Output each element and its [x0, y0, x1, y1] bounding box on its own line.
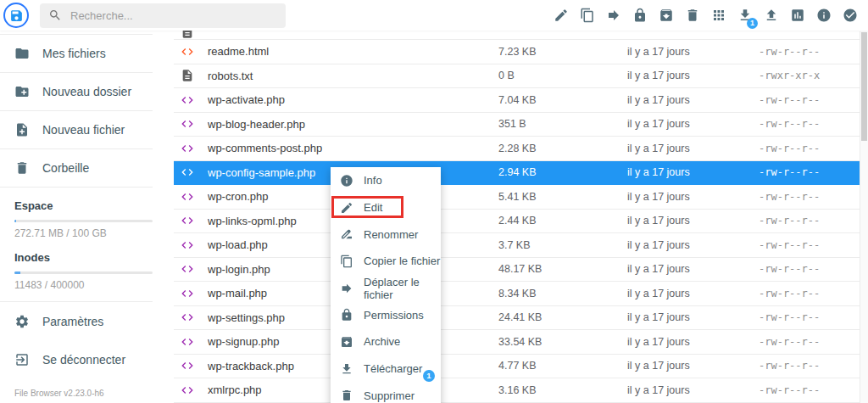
code-icon	[181, 383, 194, 397]
context-menu-item-edit[interactable]: Edit	[331, 194, 441, 221]
file-modified: il y a 17 jours	[627, 360, 759, 372]
doc-icon	[181, 31, 194, 39]
search-bar[interactable]	[40, 3, 286, 28]
file-permissions: -rw-r--r--	[759, 311, 860, 323]
sidebar: Mes fichiersNouveau dossierNouveau fichi…	[0, 31, 165, 403]
file-permissions: -rw-r--r--	[759, 263, 860, 275]
file-name: wp-blog-header.php	[208, 118, 498, 131]
context-menu-item-label: Télécharger	[364, 362, 422, 375]
sidebar-item-label: Nouveau fichier	[42, 123, 125, 137]
file-name: robots.txt	[208, 70, 498, 82]
space-progress-fill	[14, 220, 16, 222]
file-row[interactable]: wp-mail.php8.34 KBil y a 17 jours-rw-r--…	[174, 282, 860, 306]
file-row[interactable]: wp-settings.php24.41 KBil y a 17 jours-r…	[174, 306, 860, 331]
code-icon	[181, 142, 194, 155]
toolbar-move-button[interactable]	[606, 8, 621, 23]
toolbar-upload-button[interactable]	[764, 8, 779, 23]
file-row[interactable]: wp-load.php3.7 KBil y a 17 jours-rw-r--r…	[174, 233, 860, 258]
file-row[interactable]: wp-activate.php7.04 KBil y a 17 jours-rw…	[174, 88, 860, 113]
context-menu-item-archive[interactable]: Archive	[331, 328, 441, 355]
sidebar-item-se-deconnecter[interactable]: Se déconnecter	[0, 340, 153, 378]
archive-icon	[659, 8, 674, 23]
file-size: 0 B	[498, 70, 627, 81]
file-size: 2.94 KB	[498, 166, 627, 178]
file-name: readme.html	[208, 45, 498, 58]
file-modified: il y a 17 jours	[627, 288, 759, 299]
toolbar-copy-button[interactable]	[580, 8, 595, 23]
toolbar-stats-button[interactable]	[790, 8, 805, 23]
context-menu: InfoEditRenommerCopier le fichierDéplace…	[331, 167, 441, 403]
partial-file-row[interactable]	[174, 31, 860, 40]
file-row[interactable]: robots.txt0 Bil y a 17 jours-rwxr-xr-x	[174, 64, 860, 89]
file-modified: il y a 17 jours	[627, 70, 759, 81]
context-menu-item-supprimer[interactable]: Supprimer	[331, 383, 441, 403]
file-row[interactable]: wp-blog-header.php351 Bil y a 17 jours-r…	[174, 113, 860, 137]
context-menu-item-permissions[interactable]: Permissions	[331, 301, 441, 328]
sidebar-item-nouveau-dossier[interactable]: Nouveau dossier	[0, 73, 153, 111]
sidebar-item-label: Mes fichiers	[42, 47, 106, 60]
toolbar-switch-view-button[interactable]	[711, 8, 726, 23]
file-row[interactable]: wp-config-sample.php2.94 KBil y a 17 jou…	[174, 161, 860, 186]
toolbar-info-button[interactable]	[816, 8, 832, 23]
file-permissions: -rw-r--r--	[759, 384, 860, 396]
inodes-progressbar	[14, 271, 153, 274]
new-file-icon	[14, 122, 30, 137]
sidebar-item-nouveau-fichier[interactable]: Nouveau fichier	[0, 111, 153, 149]
trash-icon	[685, 8, 700, 23]
file-row[interactable]: wp-links-opml.php2.44 KBil y a 17 jours-…	[174, 210, 860, 234]
context-menu-item-renommer[interactable]: Renommer	[331, 221, 441, 248]
context-menu-item-label: Permissions	[364, 309, 424, 322]
file-modified: il y a 17 jours	[627, 239, 759, 251]
header: 1	[0, 0, 868, 31]
file-row[interactable]: wp-trackback.php4.77 KBil y a 17 jours-r…	[174, 355, 860, 379]
file-size: 3.7 KB	[498, 239, 627, 251]
context-menu-item-label: Supprimer	[364, 389, 415, 402]
file-row[interactable]: wp-comments-post.php2.28 KBil y a 17 jou…	[174, 137, 860, 161]
sidebar-item-mes-fichiers[interactable]: Mes fichiers	[0, 35, 153, 73]
file-rows: readme.html7.23 KBil y a 17 jours-rw-r--…	[174, 40, 860, 403]
app-logo[interactable]	[3, 3, 29, 28]
rename-icon	[340, 227, 353, 241]
file-size: 7.23 KB	[498, 46, 627, 58]
scrollbar-thumb[interactable]	[861, 32, 867, 141]
context-menu-item-telecharger[interactable]: Télécharger1	[331, 355, 441, 383]
space-title: Espace	[14, 199, 153, 212]
context-menu-item-info[interactable]: Info	[331, 167, 441, 194]
app-version: File Browser v2.23.0-h6	[14, 389, 104, 398]
file-permissions: -rw-r--r--	[759, 360, 860, 372]
toolbar-download-button[interactable]: 1	[737, 8, 753, 23]
gear-icon	[14, 314, 30, 329]
context-menu-item-copier[interactable]: Copier le fichier	[331, 248, 441, 275]
copy-icon	[580, 8, 595, 23]
toolbar-permissions-button[interactable]	[632, 8, 648, 23]
file-row[interactable]: xmlrpc.php3.16 KBil y a 17 jours-rw-r--r…	[174, 378, 860, 403]
file-size: 48.17 KB	[498, 263, 627, 275]
code-icon	[181, 262, 194, 276]
file-modified: il y a 17 jours	[627, 215, 759, 227]
scrollbar[interactable]	[860, 31, 868, 403]
toolbar-archive-button[interactable]	[659, 8, 674, 23]
inodes-title: Inodes	[14, 251, 153, 264]
file-row[interactable]: wp-login.php48.17 KBil y a 17 jours-rw-r…	[174, 258, 860, 283]
code-icon	[181, 238, 194, 252]
sidebar-item-parametres[interactable]: Paramètres	[0, 302, 153, 340]
toolbar-select-multiple-button[interactable]	[843, 8, 858, 23]
file-row[interactable]: readme.html7.23 KBil y a 17 jours-rw-r--…	[174, 40, 860, 64]
file-permissions: -rw-r--r--	[759, 143, 860, 154]
file-permissions: -rw-r--r--	[759, 336, 860, 348]
doc-icon	[181, 69, 194, 82]
code-icon	[181, 335, 194, 349]
sidebar-bottom-nav: ParamètresSe déconnecter	[0, 301, 153, 378]
file-modified: il y a 17 jours	[627, 94, 759, 106]
file-modified: il y a 17 jours	[627, 384, 759, 396]
toolbar-edit-button[interactable]	[554, 8, 569, 23]
context-menu-item-deplacer[interactable]: Déplacer le fichier	[331, 275, 441, 302]
file-modified: il y a 17 jours	[627, 46, 759, 58]
sidebar-item-corbeille[interactable]: Corbeille	[0, 149, 153, 188]
file-row[interactable]: wp-cron.php5.41 KBil y a 17 jours-rw-r--…	[174, 185, 860, 210]
file-permissions: -rw-r--r--	[759, 288, 860, 299]
search-input[interactable]	[70, 9, 274, 22]
copy-icon	[340, 255, 353, 268]
file-row[interactable]: wp-signup.php33.54 KBil y a 17 jours-rw-…	[174, 330, 860, 355]
toolbar-delete-button[interactable]	[685, 8, 700, 23]
